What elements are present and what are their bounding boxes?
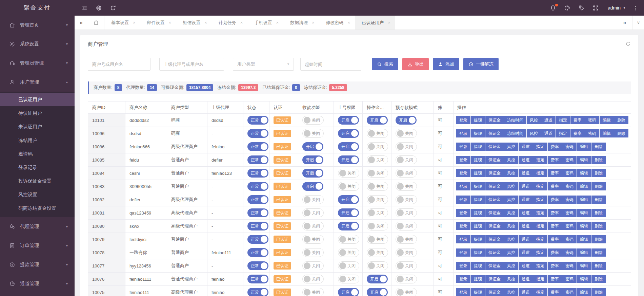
row-action-button[interactable]: 提现 (471, 196, 485, 204)
row-action-button[interactable]: 保证金 (485, 222, 504, 230)
row-action-button[interactable]: 密码 (562, 143, 577, 151)
row-action-button[interactable]: 风控 (504, 143, 518, 151)
toggle-on[interactable]: 开启 (302, 169, 323, 178)
row-action-button[interactable]: 编辑 (577, 288, 591, 296)
sidebar-item-headset[interactable]: 管理员管理▼ (0, 54, 75, 73)
toggle-off[interactable]: 关闭 (338, 248, 359, 257)
merchant-search-input[interactable] (88, 58, 150, 71)
row-action-button[interactable]: 提现 (471, 248, 485, 257)
row-action-button[interactable]: 编辑 (600, 129, 614, 137)
row-action-button[interactable]: 保证金 (485, 182, 504, 190)
agent-search-input[interactable] (159, 58, 224, 71)
row-action-button[interactable]: 通道 (519, 209, 533, 217)
tabs-dropdown-icon[interactable]: ∨ (632, 16, 644, 30)
status-toggle[interactable]: 正常 (247, 275, 268, 283)
row-action-button[interactable]: 冻结时间 (504, 129, 526, 137)
fullscreen-icon[interactable] (589, 0, 603, 16)
row-action-button[interactable]: 删除 (614, 129, 628, 137)
row-action-button[interactable]: 删除 (614, 116, 628, 124)
toggle-on[interactable]: 开启 (338, 129, 359, 138)
theme-palette-icon[interactable] (560, 0, 575, 16)
row-action-button[interactable]: 指定 (533, 169, 547, 177)
row-action-button[interactable]: 删除 (591, 288, 606, 296)
toggle-off[interactable]: 关闭 (396, 288, 417, 296)
toggle-off[interactable]: 关闭 (302, 195, 324, 204)
row-action-button[interactable]: 密码 (562, 156, 577, 164)
admin-user-menu[interactable]: admin ▼ (603, 0, 630, 16)
toggle-off[interactable]: 关闭 (396, 261, 417, 270)
status-toggle[interactable]: 正常 (247, 288, 268, 296)
toggle-off[interactable]: 关闭 (367, 222, 388, 230)
row-action-button[interactable]: 密码 (562, 248, 577, 257)
row-action-button[interactable]: 通道 (519, 248, 533, 257)
row-action-button[interactable]: 通道 (519, 156, 533, 164)
row-action-button[interactable]: 风控 (527, 129, 541, 137)
row-action-button[interactable]: 编辑 (577, 182, 591, 190)
toggle-off[interactable]: 关闭 (302, 116, 324, 125)
row-action-button[interactable]: 风控 (504, 156, 518, 164)
row-action-button[interactable]: 风控 (527, 116, 541, 124)
tab-item[interactable]: 邮件设置× (140, 16, 176, 30)
row-action-button[interactable]: 通道 (519, 143, 533, 151)
row-action-button[interactable]: 登录 (456, 182, 470, 190)
row-action-button[interactable]: 删除 (591, 156, 606, 164)
sidebar-subitem[interactable]: 待认证用户 (0, 106, 75, 120)
tab-item[interactable]: 手机设置× (247, 16, 283, 30)
row-action-button[interactable]: 指定 (533, 143, 547, 151)
tab-close-icon[interactable]: × (133, 20, 136, 25)
status-toggle[interactable]: 正常 (247, 222, 268, 230)
toggle-off[interactable]: 关闭 (367, 169, 388, 178)
row-action-button[interactable]: 保证金 (485, 209, 504, 217)
row-action-button[interactable]: 密码 (562, 262, 577, 270)
row-action-button[interactable]: 风控 (504, 196, 518, 204)
row-action-button[interactable]: 指定 (533, 182, 547, 190)
toggle-off[interactable]: 关闭 (396, 222, 417, 230)
row-action-button[interactable]: 密码 (562, 275, 577, 283)
sidebar-item-drop[interactable]: 代理管理▼ (0, 217, 75, 236)
row-action-button[interactable]: 费率 (570, 116, 585, 124)
row-action-button[interactable]: 费率 (548, 248, 562, 257)
tag-icon[interactable] (575, 0, 589, 16)
tab-close-icon[interactable]: × (312, 20, 315, 25)
row-action-button[interactable]: 提现 (471, 182, 485, 190)
row-action-button[interactable]: 指定 (533, 156, 547, 164)
tab-item[interactable]: 计划任务× (212, 16, 248, 30)
toggle-off[interactable]: 关闭 (302, 248, 324, 257)
row-action-button[interactable]: 保证金 (485, 248, 504, 257)
sidebar-item-home[interactable]: 管理首页▼ (0, 16, 75, 35)
row-action-button[interactable]: 费率 (548, 288, 562, 296)
row-action-button[interactable]: 登录 (456, 248, 470, 257)
tab-close-icon[interactable]: × (169, 20, 172, 25)
toggle-off[interactable]: 关闭 (367, 248, 388, 257)
toggle-off[interactable]: 关闭 (302, 208, 324, 217)
row-action-button[interactable]: 提现 (471, 222, 485, 230)
row-action-button[interactable]: 费率 (548, 156, 562, 164)
toggle-off[interactable]: 关闭 (367, 195, 388, 204)
toggle-on[interactable]: 开启 (338, 288, 359, 296)
toggle-off[interactable]: 关闭 (302, 222, 324, 230)
row-action-button[interactable]: 提现 (471, 262, 485, 270)
tab-close-icon[interactable]: × (388, 20, 390, 25)
row-action-button[interactable]: 编辑 (577, 209, 591, 217)
export-button[interactable]: 导出 (402, 58, 429, 70)
toggle-off[interactable]: 关闭 (302, 129, 324, 138)
row-action-button[interactable]: 删除 (591, 143, 606, 151)
row-action-button[interactable]: 风控 (504, 288, 518, 296)
row-action-button[interactable]: 提现 (471, 156, 485, 164)
tab-close-icon[interactable]: × (204, 20, 207, 25)
toggle-off[interactable]: 关闭 (396, 142, 417, 151)
row-action-button[interactable]: 编辑 (577, 235, 591, 243)
sidebar-subitem[interactable]: 冻结用户 (0, 133, 75, 147)
row-action-button[interactable]: 费率 (548, 143, 562, 151)
tab-close-icon[interactable]: × (240, 20, 243, 25)
row-action-button[interactable]: 指定 (533, 288, 547, 296)
sidebar-item-channel[interactable]: 通道管理▼ (0, 274, 75, 293)
row-action-button[interactable]: 提现 (471, 235, 485, 243)
row-action-button[interactable]: 指定 (533, 248, 547, 257)
toggle-on[interactable]: 开启 (367, 275, 388, 283)
row-action-button[interactable]: 提现 (471, 169, 485, 177)
row-action-button[interactable]: 费率 (548, 196, 562, 204)
status-toggle[interactable]: 正常 (247, 169, 268, 178)
row-action-button[interactable]: 保证金 (485, 235, 504, 243)
toggle-on[interactable]: 开启 (367, 116, 388, 125)
